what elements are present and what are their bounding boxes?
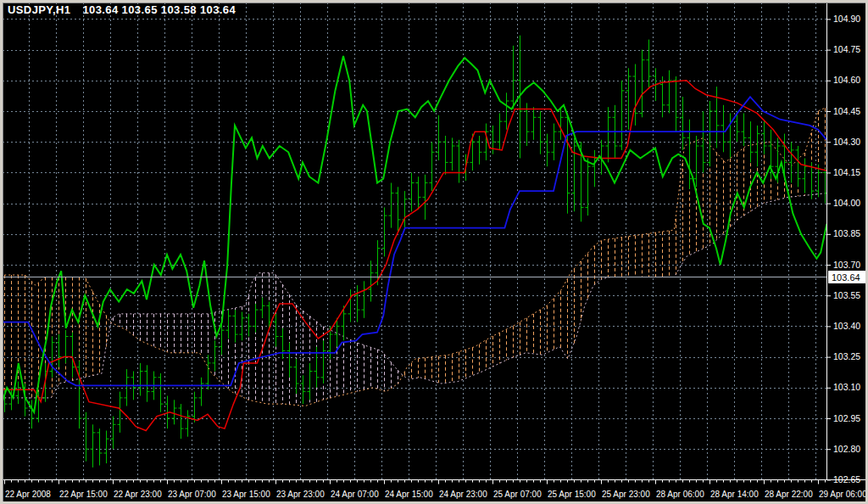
price-axis-label: 103.55 [833,290,860,300]
frame-edge [0,0,3,504]
time-axis-label: 24 Apr 23:00 [439,490,487,499]
quote-ohlc-label: 103.64 103.65 103.58 103.64 [82,3,236,16]
price-axis-label: 104.30 [833,137,860,147]
price-axis-label: 104.75 [833,44,860,54]
time-axis-label: 22 Apr 23:00 [114,490,162,499]
time-axis-label: 28 Apr 06:00 [656,490,704,499]
price-axis-label: 102.95 [833,413,860,423]
time-axis-label: 25 Apr 15:00 [548,490,596,499]
time-axis-label: 29 Apr 06:00 [819,490,867,499]
current-price-box-value: 103.64 [832,272,860,283]
current-price-box: 103.64 [828,271,866,283]
price-axis-label: 103.40 [833,321,860,331]
time-axis-label: 23 Apr 23:00 [276,490,325,499]
price-axis-label: 103.70 [833,260,860,270]
frame-edge [0,0,868,3]
mt4-chart-window: 104.90104.75104.60104.45104.30104.15104.… [0,0,868,504]
time-axis-label: 22 Apr 2008 [5,490,51,499]
symbol-period-label: USDJPY,H1 [8,3,70,16]
price-axis-label: 104.45 [833,106,860,116]
price-axis-label: 104.15 [833,167,860,177]
price-axis-label: 104.60 [833,75,860,85]
time-axis-label: 28 Apr 22:00 [765,490,813,499]
price-axis-label: 104.00 [833,198,860,208]
price-axis-label: 102.65 [833,474,860,484]
price-axis-label: 103.85 [833,228,860,238]
price-axis-label: 103.10 [833,382,860,392]
time-axis-label: 23 Apr 07:00 [168,490,216,499]
price-chart-canvas[interactable]: 104.90104.75104.60104.45104.30104.15104.… [0,0,868,504]
price-axis-label: 103.25 [833,351,860,361]
time-axis-label: 25 Apr 07:00 [493,490,542,499]
time-axis-label: 28 Apr 14:00 [710,490,759,499]
time-axis-label: 25 Apr 23:00 [602,490,650,499]
time-axis-label: 24 Apr 07:00 [331,490,379,499]
price-axis-label: 102.80 [833,444,860,454]
time-axis-label: 23 Apr 15:00 [222,490,270,499]
time-axis-label: 22 Apr 15:00 [59,490,108,499]
price-axis-label: 104.90 [833,14,860,24]
time-axis-label: 24 Apr 15:00 [385,490,433,499]
chart-title: USDJPY,H1103.64 103.65 103.58 103.64 [8,3,236,16]
